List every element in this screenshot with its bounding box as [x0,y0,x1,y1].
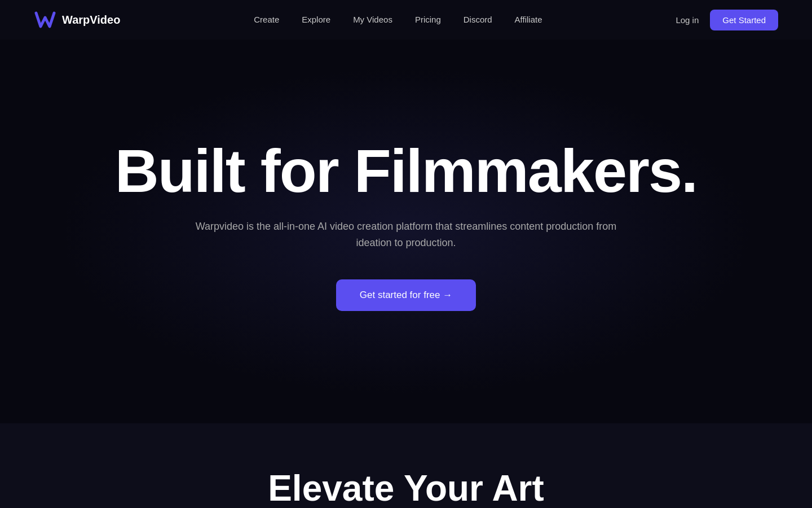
hero-cta-button[interactable]: Get started for free → [336,279,476,311]
navbar: WarpVideo Create Explore My Videos Prici… [0,0,812,40]
nav-links: Create Explore My Videos Pricing Discord… [254,15,542,25]
nav-create[interactable]: Create [254,15,279,24]
login-button[interactable]: Log in [676,15,699,25]
hero-subtitle: Warpvideo is the all-in-one AI video cre… [186,218,626,251]
hero-title: Built for Filmmakers. [115,141,697,202]
brand-name: WarpVideo [62,14,120,27]
nav-pricing[interactable]: Pricing [415,15,441,24]
nav-discord[interactable]: Discord [464,15,492,24]
get-started-nav-button[interactable]: Get Started [710,10,778,30]
nav-affiliate[interactable]: Affiliate [515,15,542,24]
elevate-section: Elevate Your Art [0,423,812,508]
logo-icon [34,8,56,31]
hero-section: Built for Filmmakers. Warpvideo is the a… [0,40,812,423]
nav-my-videos[interactable]: My Videos [353,15,392,24]
nav-explore[interactable]: Explore [302,15,330,24]
logo-link[interactable]: WarpVideo [34,8,120,31]
elevate-title: Elevate Your Art [34,468,778,508]
nav-actions: Log in Get Started [676,10,778,30]
